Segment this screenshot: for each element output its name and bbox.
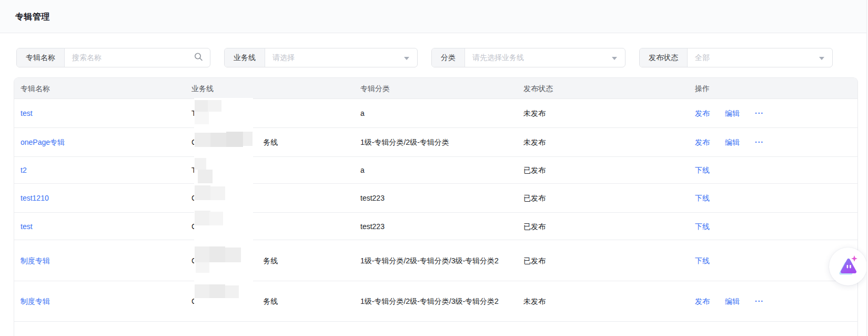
- album-name-search-placeholder: 搜索名称: [72, 53, 102, 63]
- action-link[interactable]: 编辑: [725, 107, 740, 119]
- actions-cell: 下线: [695, 164, 851, 176]
- filter-album-name: 专辑名称 搜索名称: [16, 48, 210, 67]
- status-cell: 已发布: [523, 192, 695, 204]
- table-row: 制度专辑 C务线 1级-专辑分类/2级-专辑分类/3级-专辑分类2 已发布 下线: [14, 240, 857, 281]
- column-header: 专辑名称: [21, 83, 191, 94]
- filter-publish-status: 发布状态 全部: [639, 48, 833, 67]
- actions-cell: 发布编辑···: [695, 136, 851, 148]
- mountain-sparkle-icon: [837, 254, 859, 279]
- censored-region: [194, 98, 253, 308]
- business-line-select[interactable]: 请选择: [265, 48, 417, 67]
- more-actions-button[interactable]: ···: [755, 295, 764, 307]
- column-header: 专辑分类: [360, 83, 523, 94]
- filter-bar: 专辑名称 搜索名称 业务线 请选择 分类 请先选择业务线: [0, 48, 868, 67]
- status-cell: 已发布: [523, 221, 695, 232]
- album-name-link[interactable]: 制度专辑: [21, 297, 50, 305]
- table-row: test1210 C test223 已发布 下线: [14, 184, 857, 213]
- album-name-link[interactable]: test1210: [21, 194, 49, 202]
- category-cell: 1级-专辑分类/2级-专辑分类/3级-专辑分类2: [360, 295, 523, 307]
- table-row: t2 T a 已发布 下线: [14, 157, 857, 184]
- category-placeholder: 请先选择业务线: [472, 53, 524, 63]
- table-header-row: 专辑名称业务线专辑分类发布状态操作: [14, 78, 857, 99]
- status-cell: 已发布: [523, 255, 695, 266]
- action-link[interactable]: 下线: [695, 255, 710, 266]
- actions-cell: 发布编辑···: [695, 107, 851, 119]
- more-actions-button[interactable]: ···: [755, 107, 764, 119]
- action-link[interactable]: 下线: [695, 164, 710, 176]
- category-cell: a: [360, 164, 523, 176]
- chevron-down-icon: [612, 57, 617, 60]
- chevron-down-icon: [404, 57, 409, 60]
- search-icon: [194, 52, 203, 63]
- album-management-page: 专辑管理 专辑名称 搜索名称 业务线 请选择 分类: [0, 0, 868, 336]
- table-row: onePage专辑 C务线 1级-专辑分类/2级-专辑分类 未发布 发布编辑··…: [14, 128, 857, 157]
- album-name-link[interactable]: onePage专辑: [21, 138, 65, 146]
- chevron-down-icon: [819, 57, 824, 60]
- filter-album-name-label: 专辑名称: [17, 48, 65, 67]
- publish-status-placeholder: 全部: [695, 53, 710, 63]
- more-actions-button[interactable]: ···: [755, 136, 764, 148]
- album-name-link[interactable]: t2: [21, 166, 27, 174]
- actions-cell: 下线: [695, 255, 851, 266]
- status-cell: 已发布: [523, 164, 695, 176]
- action-link[interactable]: 发布: [695, 136, 710, 148]
- table-row: test C test223 已发布 下线: [14, 213, 857, 240]
- actions-cell: 下线: [695, 192, 851, 204]
- action-link[interactable]: 下线: [695, 221, 710, 232]
- action-link[interactable]: 发布: [695, 107, 710, 119]
- category-cell: 1级-专辑分类/2级-专辑分类/3级-专辑分类2: [360, 255, 523, 266]
- action-link[interactable]: 下线: [695, 192, 710, 204]
- filter-publish-status-label: 发布状态: [640, 48, 688, 67]
- action-link[interactable]: 发布: [695, 295, 710, 307]
- album-name-link[interactable]: test: [21, 109, 33, 117]
- category-cell: test223: [360, 192, 523, 204]
- category-cell: 1级-专辑分类/2级-专辑分类: [360, 136, 523, 148]
- page-title: 专辑管理: [15, 12, 50, 23]
- table-row: test T a 未发布 发布编辑···: [14, 99, 857, 128]
- page-header: 专辑管理: [0, 0, 868, 33]
- category-select[interactable]: 请先选择业务线: [465, 48, 625, 67]
- album-name-search-input[interactable]: 搜索名称: [65, 48, 210, 67]
- albums-table: 专辑名称业务线专辑分类发布状态操作 test T a 未发布 发布编辑··· o…: [14, 77, 858, 336]
- column-header: 操作: [695, 83, 851, 94]
- column-header: 发布状态: [523, 83, 695, 94]
- category-cell: test223: [360, 221, 523, 232]
- filter-category: 分类 请先选择业务线: [431, 48, 625, 67]
- assistant-fab-button[interactable]: [829, 248, 867, 285]
- publish-status-select[interactable]: 全部: [688, 48, 832, 67]
- column-header: 业务线: [191, 83, 360, 94]
- album-name-link[interactable]: 制度专辑: [21, 256, 50, 265]
- album-name-link[interactable]: test: [21, 222, 33, 231]
- table-body: test T a 未发布 发布编辑··· onePage专辑 C务线 1级-专辑…: [14, 99, 857, 322]
- status-cell: 未发布: [523, 107, 695, 119]
- status-cell: 未发布: [523, 136, 695, 148]
- actions-cell: 发布编辑···: [695, 295, 851, 307]
- filter-business-line-label: 业务线: [225, 48, 265, 67]
- filter-category-label: 分类: [432, 48, 465, 67]
- category-cell: a: [360, 107, 523, 119]
- filter-business-line: 业务线 请选择: [224, 48, 418, 67]
- action-link[interactable]: 编辑: [725, 136, 740, 148]
- actions-cell: 下线: [695, 221, 851, 232]
- status-cell: 未发布: [523, 295, 695, 307]
- business-line-placeholder: 请选择: [272, 53, 295, 63]
- action-link[interactable]: 编辑: [725, 295, 740, 307]
- table-row: 制度专辑 C务线 1级-专辑分类/2级-专辑分类/3级-专辑分类2 未发布 发布…: [14, 281, 857, 322]
